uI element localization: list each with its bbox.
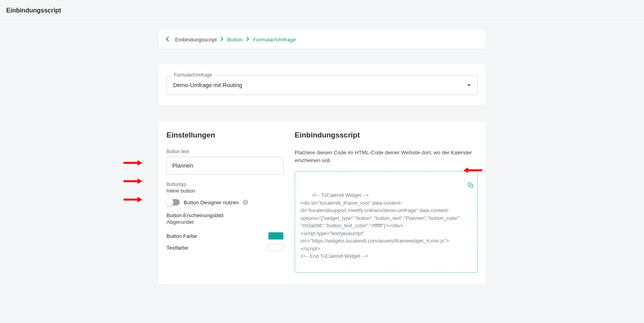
page-title: Einbindungsscript [0, 0, 644, 20]
breadcrumb-item-2[interactable]: Formular/Umfrage [253, 37, 296, 43]
button-color-label: Button Farbe [166, 233, 197, 239]
form-select-card: Formular/Umfrage Demo-Umfrage mit Routin… [159, 64, 485, 106]
breadcrumb-card: Einbindungsscript Button Formular/Umfrag… [159, 30, 485, 49]
embed-title: Einbindungsscript [295, 131, 478, 139]
annotation-arrow [123, 159, 142, 166]
svg-marker-6 [138, 197, 142, 202]
embed-code-box[interactable]: <!-- TuCalendi Widget --> <div id="tucal… [295, 171, 478, 273]
annotation-arrow [123, 178, 142, 185]
chevron-down-icon [467, 84, 471, 86]
svg-marker-2 [138, 160, 142, 166]
form-select[interactable]: Formular/Umfrage Demo-Umfrage mit Routin… [166, 75, 478, 95]
designer-toggle-label: Button Designer nutzen [184, 200, 239, 205]
form-select-label: Formular/Umfrage [172, 72, 214, 78]
appearance-label: Button Erscheinungsbild [166, 212, 284, 218]
embed-column: Einbindungsscript Platziere diesen Code … [295, 131, 478, 273]
info-icon[interactable]: i [243, 200, 248, 205]
form-select-value: Demo-Umfrage mit Routing [173, 82, 467, 88]
embed-code-text: <!-- TuCalendi Widget --> <div id="tucal… [301, 192, 461, 259]
chevron-right-icon [247, 37, 249, 42]
settings-title: Einstellungen [166, 131, 284, 139]
embed-description: Platziere diesen Code im HTML-Code deine… [295, 149, 478, 164]
button-text-label: Button text [166, 149, 284, 154]
copy-icon[interactable] [454, 175, 474, 198]
button-type-label: Buttontyp [166, 182, 284, 187]
svg-rect-0 [470, 185, 473, 187]
button-type-value: Inline button [166, 188, 284, 194]
text-color-label: Textfarbe [166, 245, 188, 251]
appearance-value: Abgerundet [166, 219, 284, 225]
button-text-input[interactable] [166, 157, 284, 175]
annotation-arrow [123, 196, 142, 203]
text-color-swatch[interactable] [268, 244, 284, 252]
breadcrumb-item-0[interactable]: Einbindungsscript [175, 37, 217, 43]
designer-toggle[interactable] [166, 199, 180, 205]
button-color-swatch[interactable] [268, 232, 284, 240]
back-icon[interactable] [166, 36, 169, 43]
settings-column: Einstellungen Button text Buttontyp Inli… [166, 131, 284, 273]
svg-marker-4 [138, 178, 142, 184]
chevron-right-icon [221, 37, 224, 42]
main-card: Einstellungen Button text Buttontyp Inli… [159, 121, 485, 284]
breadcrumb-item-1[interactable]: Button [227, 37, 243, 43]
